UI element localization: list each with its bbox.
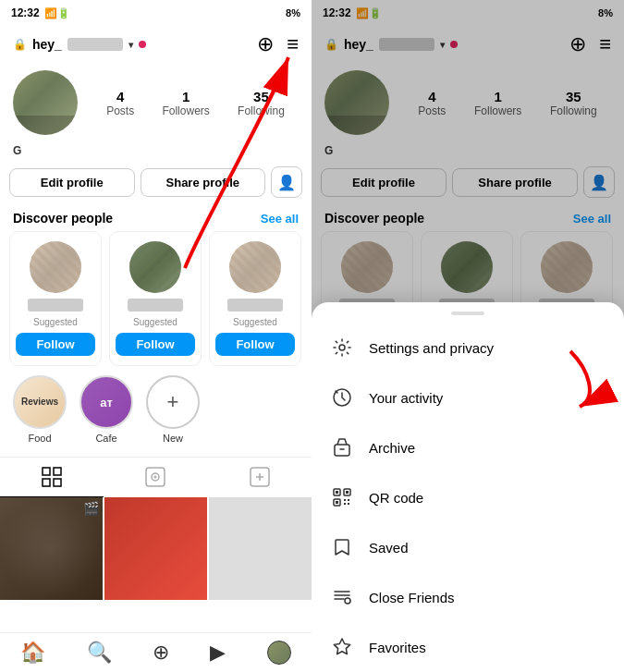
left-photo-grid: 🎬 — [0, 497, 312, 632]
left-avatar[interactable] — [13, 70, 78, 135]
left-highlight-cafe-circle[interactable]: ат — [80, 375, 133, 429]
left-following-label: Following — [238, 104, 285, 117]
svg-rect-0 — [43, 468, 50, 475]
left-suggested-card-3: Suggested Follow — [209, 231, 301, 366]
left-posts-label: Posts — [106, 104, 134, 117]
svg-rect-16 — [346, 491, 349, 494]
left-highlight-new-circle[interactable]: + — [146, 375, 200, 429]
left-highlight-food-label: Food — [28, 433, 51, 444]
archive-icon — [330, 435, 354, 459]
sheet-closefriends-label: Close Friends — [369, 590, 455, 605]
left-sug-name-2 — [128, 299, 183, 312]
left-see-all[interactable]: See all — [261, 212, 299, 226]
svg-rect-1 — [54, 468, 61, 475]
left-nav-search[interactable]: 🔍 — [87, 641, 112, 665]
left-discover-title: Discover people — [13, 211, 113, 226]
left-reel-icon-1: 🎬 — [83, 501, 99, 516]
left-posts-stat: 4 Posts — [106, 89, 134, 117]
left-sug-avatar-1 — [30, 241, 81, 293]
left-tab-tags[interactable] — [208, 458, 312, 497]
left-menu-button[interactable]: ≡ — [287, 32, 299, 56]
sheet-saved-label: Saved — [369, 540, 409, 556]
sheet-item-archive[interactable]: Archive — [312, 422, 624, 472]
svg-rect-15 — [336, 491, 338, 494]
left-grid-cell-1[interactable]: 🎬 — [0, 497, 103, 600]
left-time: 12:32 — [11, 6, 40, 19]
sheet-archive-label: Archive — [369, 440, 415, 456]
left-suggested-card-2: Suggested Follow — [109, 231, 202, 366]
left-nav-home[interactable]: 🏠 — [20, 641, 45, 665]
left-highlight-food-text: Reviews — [21, 397, 58, 408]
sheet-item-favorites[interactable]: Favorites — [312, 622, 624, 672]
left-followers-label: Followers — [162, 104, 209, 117]
sheet-qrcode-label: QR code — [369, 490, 423, 506]
right-panel: 12:32 📶🔋 8% 🔒 hey_ ▾ ⊕ ≡ — [312, 0, 624, 672]
left-tabs-row — [0, 457, 312, 497]
left-suggested-card-1: Suggested Follow — [9, 231, 102, 366]
left-status-bar: 12:32 📶🔋 8% — [0, 0, 312, 26]
sheet-settings-label: Settings and privacy — [369, 340, 494, 356]
sheet-favorites-label: Favorites — [369, 640, 426, 655]
left-tab-grid[interactable] — [0, 458, 104, 497]
left-sug-name-3 — [227, 299, 283, 312]
left-discover-button[interactable]: 👤 — [271, 166, 302, 198]
sheet-item-saved[interactable]: Saved — [312, 522, 624, 572]
left-notification-dot — [139, 41, 146, 48]
svg-point-18 — [345, 598, 350, 604]
left-stats-row: 4 Posts 1 Followers 35 Following — [92, 89, 299, 117]
left-posts-count: 4 — [116, 89, 124, 104]
left-nav-add[interactable]: ⊕ — [153, 641, 169, 665]
left-followers-stat: 1 Followers — [162, 89, 209, 117]
left-highlight-food-circle[interactable]: Reviews — [13, 375, 67, 429]
sheet-item-settings[interactable]: Settings and privacy — [312, 323, 624, 373]
left-sug-subtitle-1: Suggested — [33, 317, 78, 327]
left-profile-name: G — [0, 142, 312, 163]
left-sug-subtitle-3: Suggested — [233, 317, 277, 327]
left-following-stat: 35 Following — [238, 89, 285, 117]
svg-rect-2 — [43, 479, 50, 486]
left-highlights-row: Reviews Food ат Cafe + New — [0, 366, 312, 453]
svg-rect-3 — [54, 479, 61, 486]
left-suggested-row: Suggested Follow Suggested Follow Sugges… — [0, 231, 312, 366]
left-grid-cell-3[interactable] — [209, 497, 312, 600]
qrcode-icon — [330, 485, 354, 509]
left-edit-profile-button[interactable]: Edit profile — [9, 168, 135, 197]
left-lock-icon: 🔒 — [13, 38, 27, 51]
left-follow-button-2[interactable]: Follow — [116, 333, 195, 356]
left-highlight-food[interactable]: Reviews Food — [13, 375, 67, 444]
left-highlight-cafe[interactable]: ат Cafe — [80, 375, 133, 444]
left-dropdown-icon[interactable]: ▾ — [128, 40, 133, 50]
left-bottom-nav: 🏠 🔍 ⊕ ▶ — [0, 632, 312, 672]
left-follow-button-1[interactable]: Follow — [16, 333, 95, 356]
favorites-icon — [330, 635, 354, 659]
svg-point-6 — [154, 476, 157, 479]
left-add-button[interactable]: ⊕ — [257, 32, 274, 56]
left-followers-count: 1 — [182, 89, 190, 104]
sheet-item-closefriends[interactable]: Close Friends — [312, 572, 624, 622]
left-highlight-cafe-label: Cafe — [95, 433, 116, 444]
left-username: hey_ — [32, 37, 62, 52]
sheet-activity-label: Your activity — [369, 390, 443, 406]
left-discover-header: Discover people See all — [0, 202, 312, 231]
left-username-blurred — [67, 38, 123, 51]
left-grid-cell-2[interactable] — [104, 497, 207, 600]
left-highlight-new[interactable]: + New — [146, 375, 200, 444]
left-nav-reels[interactable]: ▶ — [210, 641, 226, 665]
left-status-icons: 📶🔋 — [44, 7, 70, 19]
left-tab-reels[interactable] — [104, 458, 207, 497]
left-highlight-cafe-text: ат — [100, 396, 113, 409]
svg-point-9 — [339, 345, 345, 350]
left-buttons-row: Edit profile Share profile 👤 — [0, 163, 312, 202]
left-sug-name-1 — [28, 299, 83, 312]
svg-rect-11 — [335, 445, 349, 456]
left-panel: 12:32 📶🔋 8% 🔒 hey_ ▾ ⊕ ≡ — [0, 0, 312, 672]
left-share-profile-button[interactable]: Share profile — [141, 168, 266, 197]
sheet-item-qrcode[interactable]: QR code — [312, 472, 624, 522]
left-follow-button-3[interactable]: Follow — [215, 333, 295, 356]
activity-icon — [330, 385, 354, 409]
left-sug-subtitle-2: Suggested — [133, 317, 177, 327]
left-following-count: 35 — [253, 89, 269, 104]
left-nav-profile[interactable] — [267, 641, 291, 665]
sheet-item-activity[interactable]: Your activity — [312, 373, 624, 422]
left-sug-avatar-3 — [229, 241, 281, 293]
